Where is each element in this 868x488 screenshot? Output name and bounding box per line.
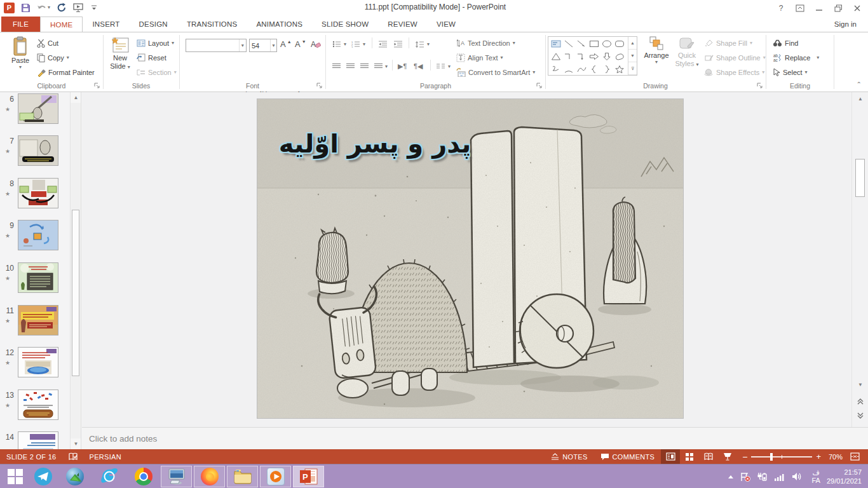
power-battery-icon[interactable] [757,472,768,481]
zoom-slider-track[interactable] [751,456,812,458]
shape-right-arrow-icon[interactable] [589,52,599,61]
shape-rounded-rectangle-icon[interactable] [614,39,625,48]
shape-arrow-icon[interactable] [576,39,587,48]
shapes-more-button[interactable]: ⊽ [628,62,637,75]
shapes-scroll-up-button[interactable]: ▲ [628,37,637,50]
help-button[interactable]: ? [773,1,789,15]
cut-button[interactable]: Cut [37,36,58,50]
paragraph-dialog-launcher[interactable] [536,83,543,89]
font-name-combo[interactable]: ▾ [186,39,247,52]
section-button[interactable]: Section▾ [137,65,177,79]
animation-star-icon[interactable]: ★ [5,275,14,281]
align-center-button[interactable] [346,60,355,73]
new-slide-button[interactable]: New Slide ▾ [106,36,134,71]
scroll-up-button[interactable]: ▲ [855,93,866,104]
shape-down-arrow-icon[interactable] [602,52,612,61]
language-indicator[interactable]: PERSIAN [90,453,121,461]
line-spacing-button[interactable]: ▾ [415,37,430,51]
panel-scroll-up-button[interactable]: ▲ [71,92,81,103]
customize-qat-button[interactable] [91,4,97,11]
tab-design[interactable]: DESIGN [130,17,177,32]
text-direction-button[interactable]: A Text Direction▾ [456,36,515,50]
tab-transitions[interactable]: TRANSITIONS [177,17,247,32]
font-size-dropdown-arrow[interactable]: ▾ [270,39,276,51]
slide-thumbnail-14[interactable] [18,431,58,449]
taskbar-clock[interactable]: 21:57 29/01/2021 [827,468,862,485]
taskbar-computer-button[interactable] [161,466,192,487]
bullets-button[interactable]: ▾ [332,37,346,51]
animation-star-icon[interactable]: ★ [5,106,14,112]
taskbar-chrome-button[interactable] [132,466,155,487]
copy-dropdown-arrow[interactable]: ▾ [67,55,69,60]
decrease-indent-button[interactable] [378,37,388,51]
shape-rectangle-icon[interactable] [589,39,599,48]
undo-dropdown-arrow[interactable]: ▾ [48,5,50,10]
convert-to-smartart-button[interactable]: Convert to SmartArt▾ [456,65,535,79]
shape-textbox-icon[interactable] [551,39,561,48]
shape-effects-button[interactable]: Shape Effects▾ [704,65,764,79]
select-button[interactable]: Select▾ [773,65,808,79]
taskbar-file-explorer-button[interactable] [227,466,258,487]
undo-button[interactable]: ▾ [37,4,50,12]
find-button[interactable]: Find [773,36,798,50]
zoom-out-button[interactable]: − [742,452,747,462]
clear-formatting-button[interactable]: A [311,37,321,51]
reading-view-button[interactable] [699,449,718,464]
layout-button[interactable]: Layout▾ [137,36,174,50]
shape-right-brace-icon[interactable] [602,65,612,74]
increase-font-size-button[interactable]: A▲ [280,37,292,51]
animation-star-icon[interactable]: ★ [5,148,14,154]
decrease-font-size-button[interactable]: A▼ [295,37,306,51]
fit-slide-to-window-button[interactable] [845,449,864,464]
replace-button[interactable]: abac Replace▾ [773,51,819,64]
scroll-down-button[interactable]: ▼ [855,379,866,390]
slide-sorter-view-button[interactable] [680,449,699,464]
paste-button[interactable]: Paste ▾ [6,36,34,70]
tab-insert[interactable]: INSERT [83,17,129,32]
notes-toggle-button[interactable]: NOTES [545,449,593,464]
restore-button[interactable] [830,1,846,15]
slide-thumbnail-12[interactable] [18,347,58,377]
slide-editing-area[interactable]: پدر و پسر اوّلیه [257,98,684,419]
taskbar-telegram-button[interactable] [32,466,55,487]
slide-thumbnail-13[interactable] [18,390,58,420]
slide-title-text[interactable]: پدر و پسر اوّلیه [276,117,473,170]
paste-dropdown-arrow[interactable]: ▾ [19,65,22,70]
next-slide-button[interactable] [855,410,866,421]
tab-file[interactable]: FILE [1,17,40,32]
start-button[interactable] [0,466,31,487]
slide-thumbnail-11[interactable] [18,305,58,336]
close-button[interactable] [849,1,865,15]
shape-triangle-icon[interactable] [551,52,561,61]
ribbon-display-options-button[interactable] [792,1,808,15]
font-name-input[interactable] [186,39,239,51]
zoom-percentage[interactable]: 70% [826,453,845,461]
quick-styles-button[interactable]: Quick Styles ▾ [672,36,702,68]
shape-scribble-icon[interactable] [551,65,561,74]
volume-icon[interactable] [792,472,802,481]
reset-button[interactable]: Reset [137,51,166,64]
taskbar-powerpoint-button[interactable]: P [293,466,324,487]
powerpoint-app-icon[interactable]: P [4,3,15,13]
zoom-in-button[interactable]: + [816,452,821,461]
notes-pane[interactable]: Click to add notes [82,427,868,449]
panel-scroll-down-button[interactable]: ▼ [71,438,81,449]
thumbnail-panel-scrollbar[interactable]: ▲ ▼ [70,92,81,449]
justify-button[interactable]: ▾ [374,60,388,73]
shape-fill-button[interactable]: Shape Fill▾ [704,36,752,50]
tab-review[interactable]: REVIEW [378,17,427,32]
drawing-dialog-launcher[interactable] [757,83,763,89]
tab-home[interactable]: HOME [40,17,83,32]
shape-arc-icon[interactable] [564,65,574,74]
font-size-input[interactable] [250,39,270,51]
taskbar-firefox-button[interactable] [194,466,225,487]
scrollbar-thumb[interactable] [855,159,865,197]
shape-line-icon[interactable] [564,39,574,48]
redo-button[interactable] [57,3,67,13]
animation-star-icon[interactable]: ★ [5,318,14,324]
font-dialog-launcher[interactable] [316,83,323,89]
clipboard-dialog-launcher[interactable] [94,83,100,89]
slide-thumbnail-7[interactable] [18,135,58,166]
align-text-button[interactable]: Align Text▾ [456,51,503,64]
ltr-text-direction-button[interactable]: ▶¶ [398,60,407,73]
